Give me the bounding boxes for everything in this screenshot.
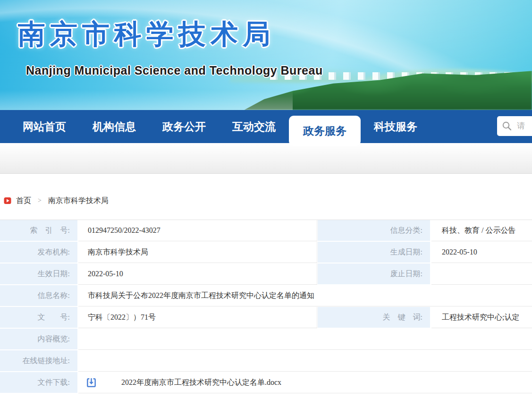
keywords-value: 工程技术研究中心;认定 — [431, 307, 532, 328]
breadcrumb-current-page: 南京市科学技术局 — [48, 196, 109, 206]
site-title-english: Nanjing Municipal Science and Technology… — [26, 64, 323, 77]
file-download-label: 文件下载: — [0, 372, 77, 393]
nav-substrip — [0, 143, 532, 174]
breadcrumb-separator: > — [38, 197, 42, 204]
info-title-label: 信息名称: — [0, 285, 77, 306]
table-row-content-overview: 内容概览: — [0, 329, 532, 349]
search-input[interactable] — [517, 121, 532, 131]
nav-item-org-info[interactable]: 机构信息 — [79, 110, 149, 143]
search-box[interactable] — [497, 116, 532, 136]
table-row-file-download: 文件下载: 2022年度南京市工程技术研究中心认定名单.docx — [0, 372, 532, 393]
effective-date-label: 生效日期: — [0, 263, 77, 284]
table-row-index-number: 索 引 号: 012947250/2022-43027 信息分类: 科技、教育 … — [0, 220, 532, 241]
index-number-label: 索 引 号: — [0, 220, 77, 241]
keywords-label: 关 键 词: — [318, 307, 430, 328]
online-link-label: 在线链接地址: — [0, 350, 77, 371]
content-overview-label: 内容概览: — [0, 329, 77, 349]
nav-item-tech-services[interactable]: 科技服务 — [361, 110, 431, 143]
info-category-value: 科技、教育 / 公示公告 — [431, 220, 532, 241]
document-info-table: 索 引 号: 012947250/2022-43027 信息分类: 科技、教育 … — [0, 220, 532, 393]
banner-water-decoration — [0, 90, 293, 110]
nav-item-home[interactable]: 网站首页 — [9, 110, 79, 143]
table-row-issuing-agency: 发布机构: 南京市科学技术局 生成日期: 2022-05-10 — [0, 242, 532, 263]
creation-date-label: 生成日期: — [318, 242, 430, 263]
breadcrumb: 首页 > 南京市科学技术局 — [0, 174, 532, 206]
table-row-online-link: 在线链接地址: — [0, 350, 532, 371]
info-category-label: 信息分类: — [318, 220, 430, 241]
expiry-date-label: 废止日期: — [318, 263, 430, 284]
breadcrumb-home-link[interactable]: 首页 — [16, 196, 31, 206]
effective-date-value: 2022-05-10 — [78, 263, 317, 284]
nav-menu: 网站首页 机构信息 政务公开 互动交流 政务服务 科技服务 — [0, 110, 532, 143]
table-row-document-number: 文 号: 宁科〔2022〕）71号 关 键 词: 工程技术研究中心;认定 — [0, 307, 532, 328]
creation-date-value: 2022-05-10 — [431, 242, 532, 263]
issuing-agency-value: 南京市科学技术局 — [78, 242, 317, 263]
download-icon[interactable] — [86, 377, 97, 388]
file-name[interactable]: 2022年度南京市工程技术研究中心认定名单.docx — [121, 378, 281, 388]
info-title-value: 市科技局关于公布2022年度南京市工程技术研究中心认定名单的通知 — [78, 285, 532, 306]
site-title-chinese: 南京市科学技术局 — [18, 16, 275, 53]
content-overview-value — [78, 329, 532, 349]
index-number-value: 012947250/2022-43027 — [78, 220, 317, 241]
main-navbar: 网站首页 机构信息 政务公开 互动交流 政务服务 科技服务 — [0, 110, 532, 143]
online-link-value — [78, 350, 532, 371]
issuing-agency-label: 发布机构: — [0, 242, 77, 263]
file-download-value: 2022年度南京市工程技术研究中心认定名单.docx — [78, 372, 532, 393]
document-number-value: 宁科〔2022〕）71号 — [78, 307, 317, 328]
table-row-info-title: 信息名称: 市科技局关于公布2022年度南京市工程技术研究中心认定名单的通知 — [0, 285, 532, 306]
search-icon[interactable] — [502, 121, 512, 131]
file-download-link[interactable]: 2022年度南京市工程技术研究中心认定名单.docx — [88, 377, 281, 388]
nav-item-gov-disclosure[interactable]: 政务公开 — [149, 110, 219, 143]
nav-item-interaction[interactable]: 互动交流 — [219, 110, 289, 143]
document-number-label: 文 号: — [0, 307, 77, 328]
table-row-effective-date: 生效日期: 2022-05-10 废止日期: — [0, 263, 532, 284]
header-banner: 南京市科学技术局 Nanjing Municipal Science and T… — [0, 0, 532, 110]
nav-item-gov-services-active[interactable]: 政务服务 — [289, 116, 361, 146]
expiry-date-value — [431, 263, 532, 284]
breadcrumb-play-icon — [4, 197, 11, 204]
